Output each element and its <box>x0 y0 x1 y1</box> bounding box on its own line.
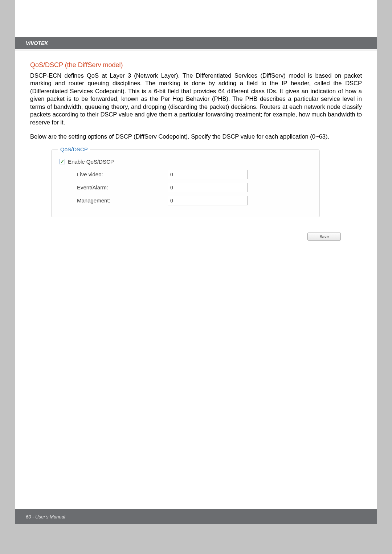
management-label: Management: <box>77 197 168 204</box>
management-row: Management: <box>60 196 311 205</box>
content-area: QoS/DSCP (the DiffServ model) DSCP-ECN d… <box>15 50 377 241</box>
header-bar: VIVOTEK <box>15 37 377 49</box>
save-button[interactable]: Save <box>307 233 341 241</box>
paragraph-1: DSCP-ECN defines QoS at Layer 3 (Network… <box>30 72 362 126</box>
live-video-input[interactable] <box>168 170 248 179</box>
live-video-label: Live video: <box>77 171 168 177</box>
live-video-row: Live video: <box>60 170 311 179</box>
enable-checkbox-label: Enable QoS/DSCP <box>68 159 114 165</box>
page-container: VIVOTEK QoS/DSCP (the DiffServ model) DS… <box>15 0 377 524</box>
section-title: QoS/DSCP (the DiffServ model) <box>30 61 362 69</box>
enable-checkbox-row: ✓ Enable QoS/DSCP <box>60 159 311 165</box>
qos-dscp-panel: QoS/DSCP ✓ Enable QoS/DSCP Live video: E… <box>51 149 320 217</box>
event-alarm-input[interactable] <box>168 183 248 192</box>
footer-text: 60 - User's Manual <box>26 514 65 520</box>
event-alarm-row: Event/Alarm: <box>60 183 311 192</box>
checkmark-icon: ✓ <box>60 159 64 164</box>
event-alarm-label: Event/Alarm: <box>77 184 168 190</box>
enable-qos-checkbox[interactable]: ✓ <box>60 159 65 164</box>
brand-text: VIVOTEK <box>26 40 48 46</box>
paragraph-2: Below are the setting options of DSCP (D… <box>30 133 362 140</box>
save-button-label: Save <box>319 234 328 239</box>
footer-bar: 60 - User's Manual <box>15 509 377 524</box>
panel-legend: QoS/DSCP <box>58 146 90 152</box>
save-button-row: Save <box>51 233 341 241</box>
management-input[interactable] <box>168 196 248 205</box>
